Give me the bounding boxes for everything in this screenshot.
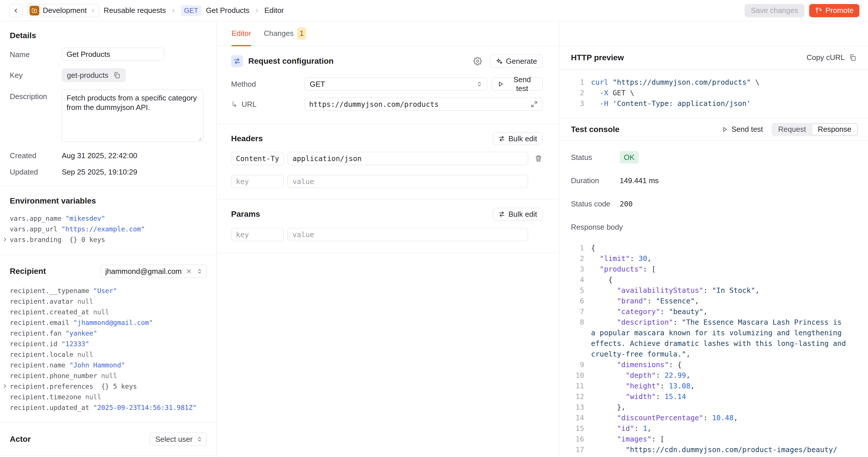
header-value-input-empty[interactable] — [288, 175, 528, 188]
variable-name: recipient.email — [10, 319, 73, 326]
request-response-toggle: Request Response — [772, 123, 858, 136]
header-key-input-empty[interactable] — [231, 175, 284, 188]
delete-header-button[interactable] — [534, 154, 542, 162]
recipient-title: Recipient — [10, 267, 46, 276]
variable-value: {} 5 keys — [97, 383, 137, 390]
variable-name: recipient.avatar — [10, 298, 77, 305]
chevron-right-icon[interactable] — [2, 237, 7, 242]
line-number — [571, 328, 584, 338]
headers-section: Headers Bulk edit — [217, 124, 559, 199]
code-line: effects. Achieve dramatic lashes with th… — [571, 338, 857, 349]
tab-changes[interactable]: Changes 1 — [264, 21, 306, 46]
code-line: 2 -X GET \ — [571, 88, 857, 98]
variable-value: "https://example.com" — [61, 225, 145, 233]
clear-icon[interactable] — [186, 268, 192, 274]
settings-gear-button[interactable] — [473, 57, 482, 65]
copy-key-button[interactable] — [113, 71, 121, 79]
description-textarea[interactable]: Fetch products from a specific category … — [62, 90, 204, 142]
params-bulk-edit-button[interactable]: Bulk edit — [493, 208, 542, 220]
editor-tabs: Editor Changes 1 — [217, 21, 559, 46]
key-label: Key — [10, 68, 62, 82]
actor-section: Actor Select user — [0, 423, 216, 456]
variable-value: "mikesdev" — [65, 215, 105, 222]
duration-label: Duration — [571, 176, 620, 185]
environment-variables-section: Environment variables vars.app_name "mik… — [0, 187, 216, 255]
generate-button[interactable]: Generate — [490, 55, 542, 68]
variable-row: vars.app_url "https://example.com" — [10, 224, 207, 234]
code-line: 1curl "https://dummyjson.com/products" \ — [571, 77, 857, 88]
chevron-right-icon[interactable] — [2, 384, 7, 389]
headers-title: Headers — [231, 134, 263, 143]
console-send-test-button[interactable]: Send test — [721, 125, 763, 134]
code-line: 12 "width": 15.14 — [571, 391, 857, 402]
curl-preview-code: 1curl "https://dummyjson.com/products" \… — [559, 69, 868, 118]
name-input[interactable] — [62, 48, 164, 61]
method-select[interactable]: GET — [304, 78, 487, 91]
recipient-combobox[interactable]: jhammond@gmail.com — [100, 265, 207, 278]
code-line: 4 { — [571, 274, 857, 285]
details-section: Details Name Key get-products Descript — [0, 21, 216, 187]
code-line: 3 "products": [ — [571, 264, 857, 274]
code-line: 5 "availabilityStatus": "In Stock", — [571, 285, 857, 296]
header-key-input[interactable] — [231, 152, 284, 165]
toggle-response[interactable]: Response — [812, 124, 857, 135]
line-number: 14 — [571, 413, 584, 423]
line-number: 13 — [571, 402, 584, 413]
variable-row[interactable]: vars.branding {} 0 keys — [10, 234, 207, 245]
project-breadcrumb-pill[interactable]: Development — [27, 4, 99, 17]
copy-curl-button[interactable]: Copy cURL — [807, 53, 857, 62]
test-console-header: Test console Send test Request Response — [559, 118, 868, 141]
chevron-left-icon — [13, 7, 19, 14]
code-line: 6 "brand": "Essence", — [571, 296, 857, 306]
breadcrumb-request-name[interactable]: Get Products — [206, 6, 249, 15]
variable-value: {} 0 keys — [65, 236, 105, 243]
expand-icon[interactable] — [530, 100, 538, 108]
chevrons-up-down-icon — [196, 268, 203, 275]
recipient-selected-value: jhammond@gmail.com — [105, 267, 182, 276]
chevrons-up-down-icon — [196, 436, 203, 443]
code-line: 17 "https://cdn.dummyjson.com/product-im… — [571, 445, 857, 455]
variable-value: null — [101, 372, 117, 379]
variable-row: recipient.name "John Hammond" — [10, 360, 207, 370]
breadcrumb-reusable-requests[interactable]: Reusable requests — [104, 6, 166, 15]
variable-value: null — [93, 308, 109, 316]
line-number: 10 — [571, 370, 584, 380]
header-value-input[interactable] — [288, 152, 528, 165]
swap-arrows-icon — [498, 135, 505, 142]
promote-label: Promote — [826, 6, 854, 15]
name-label: Name — [10, 48, 62, 61]
top-bar: Development Reusable requests GET Get Pr… — [0, 0, 868, 21]
chevron-right-icon — [90, 8, 96, 13]
preview-panel: HTTP preview Copy cURL 1curl "https://du… — [559, 21, 868, 457]
tab-changes-label: Changes — [264, 29, 293, 38]
send-test-button[interactable]: Send test — [492, 78, 542, 91]
request-configuration-title: Request configuration — [248, 57, 468, 66]
created-label: Created — [10, 151, 62, 160]
save-changes-button[interactable]: Save changes — [745, 4, 805, 17]
variable-name: recipient.updated_at — [10, 404, 93, 412]
actor-select[interactable]: Select user — [150, 433, 207, 446]
toggle-request[interactable]: Request — [772, 124, 812, 135]
http-preview-title: HTTP preview — [571, 53, 807, 62]
code-line: essence-mascara-lash-princess/1.webp" — [571, 455, 857, 457]
variable-row[interactable]: recipient.preferences {} 5 keys — [10, 381, 207, 392]
params-title: Params — [231, 210, 260, 219]
variable-value: "2025-09-23T14:56:31.981Z" — [93, 404, 197, 412]
resize-handle-icon[interactable] — [197, 136, 202, 141]
variable-row: recipient.created_at null — [10, 307, 207, 317]
promote-button[interactable]: Promote — [809, 4, 859, 17]
code-line: 2 "limit": 30, — [571, 253, 857, 264]
variable-name: recipient.locale — [10, 351, 77, 358]
test-console-title: Test console — [571, 125, 713, 134]
tab-editor[interactable]: Editor — [231, 21, 251, 46]
param-key-input[interactable] — [231, 228, 284, 241]
param-value-input[interactable] — [288, 228, 528, 241]
updated-label: Updated — [10, 167, 62, 177]
response-body-label: Response body — [571, 223, 623, 232]
variable-row: vars.app_name "mikesdev" — [10, 213, 207, 224]
headers-bulk-edit-button[interactable]: Bulk edit — [493, 132, 542, 145]
code-line: 10 "depth": 22.99, — [571, 370, 857, 380]
url-input[interactable] — [304, 98, 542, 111]
gear-icon — [473, 57, 482, 65]
back-button[interactable] — [9, 4, 23, 17]
